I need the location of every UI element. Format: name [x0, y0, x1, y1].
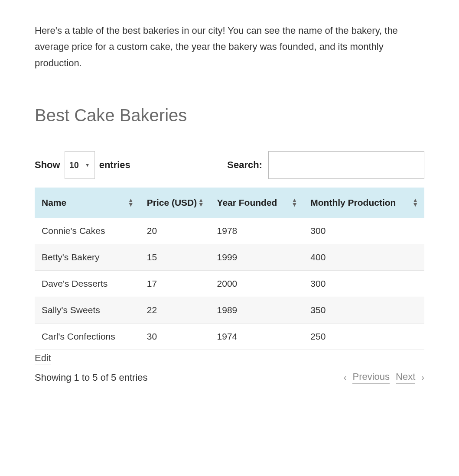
cell-year: 1978: [210, 218, 304, 244]
search-input[interactable]: [268, 151, 424, 179]
bakeries-table: Name ▲▼ Price (USD) ▲▼ Year Founded ▲▼ M…: [35, 188, 424, 350]
cell-name: Betty's Bakery: [35, 244, 140, 271]
col-header-name-label: Name: [42, 198, 66, 207]
entries-label: entries: [99, 159, 130, 171]
pagination: ‹ Previous Next ›: [344, 371, 424, 384]
cell-year: 1974: [210, 324, 304, 350]
section-title: Best Cake Bakeries: [35, 106, 424, 125]
cell-name: Dave's Desserts: [35, 271, 140, 297]
cell-production: 250: [303, 324, 424, 350]
chevron-left-icon: ‹: [344, 372, 347, 382]
col-header-year-label: Year Founded: [217, 198, 277, 207]
col-header-production[interactable]: Monthly Production ▲▼: [303, 188, 424, 218]
cell-year: 2000: [210, 271, 304, 297]
table-header-row: Name ▲▼ Price (USD) ▲▼ Year Founded ▲▼ M…: [35, 188, 424, 218]
sort-icon: ▲▼: [198, 198, 204, 207]
cell-price: 22: [140, 297, 210, 324]
col-header-name[interactable]: Name ▲▼: [35, 188, 140, 218]
edit-link[interactable]: Edit: [35, 353, 51, 365]
table-controls: Show 10 ▼ entries Search:: [35, 151, 424, 179]
table-row: Sally's Sweets 22 1989 350: [35, 297, 424, 324]
table-row: Carl's Confections 30 1974 250: [35, 324, 424, 350]
cell-year: 1989: [210, 297, 304, 324]
col-header-year[interactable]: Year Founded ▲▼: [210, 188, 304, 218]
col-header-price[interactable]: Price (USD) ▲▼: [140, 188, 210, 218]
col-header-price-label: Price (USD): [147, 198, 197, 207]
cell-price: 20: [140, 218, 210, 244]
search-label: Search:: [227, 159, 262, 171]
cell-production: 300: [303, 271, 424, 297]
cell-name: Connie's Cakes: [35, 218, 140, 244]
search-control: Search:: [227, 151, 424, 179]
sort-icon: ▲▼: [128, 198, 134, 207]
table-footer: Showing 1 to 5 of 5 entries ‹ Previous N…: [35, 371, 424, 384]
cell-price: 15: [140, 244, 210, 271]
sort-icon: ▲▼: [412, 198, 418, 207]
entries-select[interactable]: 10 ▼: [65, 151, 95, 179]
previous-button[interactable]: Previous: [352, 371, 390, 384]
sort-icon: ▲▼: [291, 198, 297, 207]
cell-name: Sally's Sweets: [35, 297, 140, 324]
cell-price: 17: [140, 271, 210, 297]
next-button[interactable]: Next: [396, 371, 415, 384]
entries-select-value: 10: [69, 160, 79, 170]
table-row: Betty's Bakery 15 1999 400: [35, 244, 424, 271]
table-info: Showing 1 to 5 of 5 entries: [35, 372, 148, 383]
table-row: Connie's Cakes 20 1978 300: [35, 218, 424, 244]
caret-down-icon: ▼: [85, 162, 90, 168]
cell-production: 300: [303, 218, 424, 244]
show-label: Show: [35, 159, 60, 171]
intro-paragraph: Here's a table of the best bakeries in o…: [35, 23, 424, 71]
cell-year: 1999: [210, 244, 304, 271]
cell-production: 400: [303, 244, 424, 271]
col-header-production-label: Monthly Production: [310, 198, 396, 207]
cell-price: 30: [140, 324, 210, 350]
entries-length-control: Show 10 ▼ entries: [35, 151, 130, 179]
cell-production: 350: [303, 297, 424, 324]
cell-name: Carl's Confections: [35, 324, 140, 350]
chevron-right-icon: ›: [421, 372, 424, 382]
table-row: Dave's Desserts 17 2000 300: [35, 271, 424, 297]
